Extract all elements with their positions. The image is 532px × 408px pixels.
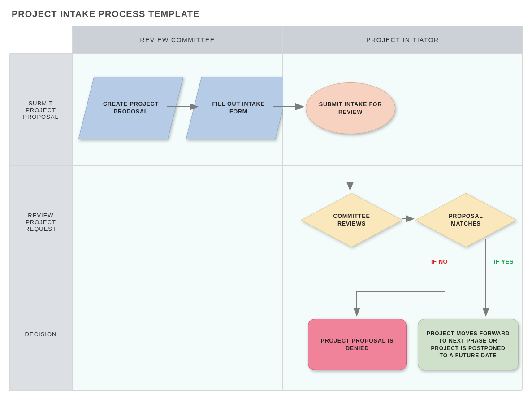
label-if-no: IF NO xyxy=(431,258,448,265)
row-header-decision: DECISION xyxy=(9,278,72,390)
node-committee-reviews-label: COMMITTEE REVIEWS xyxy=(323,213,381,228)
page-title: PROJECT INTAKE PROCESS TEMPLATE xyxy=(12,9,523,19)
node-submit-review: SUBMIT INTAKE FOR REVIEW xyxy=(306,82,395,134)
pane-r2-c2: COMMITTEE REVIEWS PROPOSAL MATCHES IF NO… xyxy=(283,166,523,278)
pane-r1-c1: CREATE PROJECT PROPOSAL FILL OUT INTAKE … xyxy=(72,54,283,166)
node-forward: PROJECT MOVES FORWARD TO NEXT PHASE OR P… xyxy=(418,319,519,370)
node-proposal-matches: PROPOSAL MATCHES xyxy=(415,193,516,247)
swimlane-grid: REVIEW COMMITTEE PROJECT INITIATOR SUBMI… xyxy=(9,26,522,391)
node-committee-reviews: COMMITTEE REVIEWS xyxy=(301,193,402,247)
node-fill-intake: FILL OUT INTAKE FORM xyxy=(194,77,283,139)
row-header-review-request: REVIEW PROJECT REQUEST xyxy=(9,166,72,278)
label-if-yes: IF YES xyxy=(494,258,514,265)
node-denied: PROJECT PROPOSAL IS DENIED xyxy=(308,319,407,370)
corner-cell xyxy=(9,26,72,54)
node-proposal-matches-label: PROPOSAL MATCHES xyxy=(437,213,495,228)
node-create-proposal-label: CREATE PROJECT PROPOSAL xyxy=(99,100,162,116)
node-denied-label: PROJECT PROPOSAL IS DENIED xyxy=(316,337,398,352)
column-header-review-committee: REVIEW COMMITTEE xyxy=(72,26,283,54)
pane-r1-c2: SUBMIT INTAKE FOR REVIEW xyxy=(283,54,523,166)
column-header-project-initiator: PROJECT INITIATOR xyxy=(283,26,523,54)
node-create-proposal: CREATE PROJECT PROPOSAL xyxy=(86,77,176,139)
node-forward-label: PROJECT MOVES FORWARD TO NEXT PHASE OR P… xyxy=(426,330,510,359)
node-fill-intake-label: FILL OUT INTAKE FORM xyxy=(207,100,270,116)
pane-r2-c1 xyxy=(72,166,283,278)
row-header-submit-proposal: SUBMIT PROJECT PROPOSAL xyxy=(9,54,72,166)
pane-r3-c2: PROJECT PROPOSAL IS DENIED PROJECT MOVES… xyxy=(283,278,523,390)
node-submit-review-label: SUBMIT INTAKE FOR REVIEW xyxy=(317,101,384,116)
pane-r3-c1 xyxy=(72,278,283,390)
